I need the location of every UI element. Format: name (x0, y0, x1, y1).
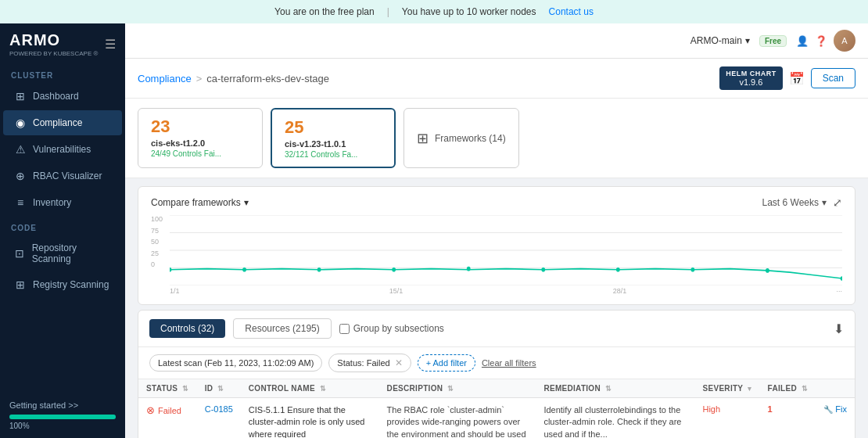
contact-link[interactable]: Contact us (549, 6, 594, 17)
fw-name-0: cis-eks-t1.2.0 (151, 138, 249, 148)
compare-chevron-icon: ▾ (244, 197, 249, 208)
section-cluster-label: CLUSTER (0, 63, 125, 83)
row-failed: 1 (760, 398, 816, 439)
svg-point-14 (841, 276, 842, 281)
col-failed[interactable]: FAILED ⇅ (760, 379, 816, 398)
frameworks-grid-icon: ⊞ (417, 130, 429, 147)
col-description[interactable]: DESCRIPTION ⇅ (379, 379, 536, 398)
download-icon[interactable]: ⬇ (834, 321, 844, 336)
tab-resources[interactable]: Resources (2195) (233, 318, 331, 339)
svg-point-6 (242, 267, 246, 272)
controls-table: STATUS ⇅ ID ⇅ CONTROL NAME ⇅ DESCRIPTION… (138, 379, 855, 438)
tab-controls[interactable]: Controls (32) (149, 319, 225, 338)
filters-row: Latest scan (Feb 11, 2023, 11:02:09 AM) … (138, 347, 855, 379)
progress-bar-fill (9, 415, 116, 419)
sidebar-item-dashboard[interactable]: ⊞ Dashboard (3, 84, 122, 109)
sidebar-item-registry[interactable]: ⊞ Registry Scanning (3, 272, 122, 297)
clear-all-filters[interactable]: Clear all filters (482, 358, 536, 368)
rbac-icon: ⊕ (14, 170, 27, 182)
helm-chart-label: HELM CHART (726, 70, 777, 77)
breadcrumb-parent[interactable]: Compliance (138, 73, 192, 84)
filter-status-label: Status: Failed (337, 358, 389, 368)
sidebar-bottom: Getting started >> 100% (0, 393, 125, 438)
logo-sub: POWERED BY KUBESCAPE ® (9, 50, 98, 57)
add-filter-button[interactable]: + Add filter (418, 354, 475, 372)
sidebar-item-rbac-label: RBAC Visualizer (33, 171, 102, 181)
sidebar-item-rbac[interactable]: ⊕ RBAC Visualizer (3, 163, 122, 188)
fw-number-1: 25 (285, 117, 382, 138)
helm-chart-badge: HELM CHART v1.9.6 (719, 66, 783, 90)
tabs-row: Controls (32) Resources (2195) Group by … (138, 311, 855, 347)
fw-sub-1: 32/121 Controls Fa... (285, 150, 382, 159)
col-control-name[interactable]: CONTROL NAME ⇅ (241, 379, 379, 398)
breadcrumb-current: ca-terraform-eks-dev-stage (206, 73, 329, 84)
scan-button[interactable]: Scan (811, 68, 855, 88)
sidebar-item-repository[interactable]: ⊡ Repository Scanning (3, 236, 122, 271)
row-id: C-0185 (197, 398, 241, 439)
help-icon[interactable]: ❓ (815, 35, 827, 47)
col-remediation[interactable]: REMEDIATION ⇅ (536, 379, 694, 398)
framework-card-0[interactable]: 23 cis-eks-t1.2.0 24/49 Controls Fai... (138, 108, 263, 168)
getting-started-label: Getting started >> (9, 400, 78, 410)
nodes-text: You have up to 10 worker nodes (402, 6, 536, 17)
cluster-name: ARMO-main (690, 35, 742, 46)
svg-point-5 (168, 267, 172, 272)
chart-svg (151, 215, 842, 285)
control-id[interactable]: C-0185 (205, 404, 233, 414)
chart-area: 100 75 50 25 0 (151, 215, 842, 285)
col-status[interactable]: STATUS ⇅ (138, 379, 197, 398)
sidebar-item-compliance[interactable]: ◉ Compliance (3, 110, 122, 135)
filter-status-close-icon[interactable]: ✕ (395, 357, 403, 368)
filter-chip-scan[interactable]: Latest scan (Feb 11, 2023, 11:02:09 AM) (149, 354, 322, 372)
svg-point-8 (392, 267, 396, 272)
fix-button[interactable]: 🔧 Fix (823, 404, 847, 414)
hamburger-icon[interactable]: ☰ (105, 37, 116, 52)
dashboard-icon: ⊞ (14, 90, 27, 102)
failed-count: 1 (768, 404, 773, 414)
filter-chip-status[interactable]: Status: Failed ✕ (328, 354, 411, 372)
filter-scan-label: Latest scan (Feb 11, 2023, 11:02:09 AM) (158, 358, 314, 368)
controls-section: Controls (32) Resources (2195) Group by … (138, 310, 855, 438)
chart-header: Compare frameworks ▾ Last 6 Weeks ▾ ⤢ (151, 196, 842, 209)
avatar[interactable]: A (834, 30, 855, 52)
helm-chart-version: v1.9.6 (726, 77, 777, 87)
helm-scan-area: HELM CHART v1.9.6 📅 Scan (719, 66, 855, 90)
compare-frameworks-label: Compare frameworks (151, 197, 241, 208)
row-severity: High (694, 398, 759, 439)
user-icon[interactable]: 👤 (796, 35, 809, 47)
expand-icon[interactable]: ⤢ (833, 196, 842, 209)
group-by-subsections[interactable]: Group by subsections (339, 323, 444, 334)
group-by-label: Group by subsections (353, 323, 444, 334)
svg-point-12 (691, 267, 695, 272)
calendar-icon[interactable]: 📅 (789, 71, 805, 86)
frameworks-all[interactable]: ⊞ Frameworks (14) (404, 108, 519, 168)
chart-y-labels: 100 75 50 25 0 (151, 215, 163, 270)
svg-point-9 (467, 267, 471, 271)
sidebar-item-inventory[interactable]: ≡ Inventory (3, 190, 122, 215)
compare-frameworks[interactable]: Compare frameworks ▾ (151, 197, 249, 208)
framework-card-1[interactable]: 25 cis-v1.23-t1.0.1 32/121 Controls Fa..… (271, 108, 396, 168)
top-banner: You are on the free plan | You have up t… (0, 0, 868, 23)
col-id[interactable]: ID ⇅ (197, 379, 241, 398)
sidebar-item-vulnerabilities-label: Vulnerabilities (33, 144, 91, 155)
svg-point-10 (541, 267, 545, 272)
table-row: ⊗ Failed C-0185 CIS-5.1.1 Ensure that th… (138, 398, 855, 439)
fix-label: Fix (835, 404, 847, 414)
col-severity[interactable]: SEVERITY ▾ (694, 379, 759, 398)
table-header: STATUS ⇅ ID ⇅ CONTROL NAME ⇅ DESCRIPTION… (138, 379, 855, 398)
group-by-checkbox[interactable] (339, 324, 350, 334)
col-action (816, 379, 855, 398)
sidebar-item-registry-label: Registry Scanning (33, 279, 109, 290)
fw-number-0: 23 (151, 117, 249, 137)
chart-x-labels: 1/1 15/1 28/1 ··· (151, 287, 842, 295)
getting-started[interactable]: Getting started >> (9, 400, 116, 410)
sidebar-item-inventory-label: Inventory (33, 197, 71, 208)
sidebar-item-vulnerabilities[interactable]: ⚠ Vulnerabilities (3, 137, 122, 162)
progress-bar-background (9, 415, 116, 419)
time-chevron-icon: ▾ (822, 197, 827, 208)
inventory-icon: ≡ (14, 196, 27, 209)
table-container: STATUS ⇅ ID ⇅ CONTROL NAME ⇅ DESCRIPTION… (138, 379, 855, 438)
cluster-selector[interactable]: ARMO-main ▾ (690, 35, 750, 46)
status-failed-icon: ⊗ (146, 404, 155, 416)
time-selector[interactable]: Last 6 Weeks ▾ (762, 197, 827, 208)
